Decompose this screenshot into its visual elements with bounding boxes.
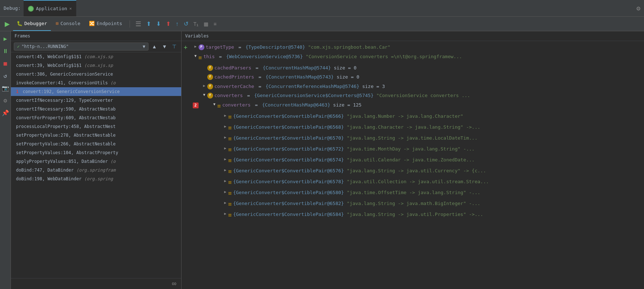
run-to-cursor-button[interactable]: ↑ (174, 20, 180, 28)
tab-endpoints[interactable]: 🔀 Endpoints (85, 17, 126, 31)
expand-icon[interactable]: ▼ (212, 101, 217, 107)
frame-item[interactable]: convertForProperty:609, AbstractNestab (11, 113, 181, 122)
frame-item[interactable]: setPropertyValue:278, AbstractNestable (11, 131, 181, 140)
frame-item[interactable]: invokeConverter:41, ConversionUtils (o (11, 79, 181, 87)
expand-icon[interactable]: ▶ (223, 167, 228, 173)
frames-header: Frames (11, 31, 181, 41)
var-row-pair6584[interactable]: ▶ ≡ {GenericConverter$ConvertiblePair@65… (190, 210, 644, 221)
frame-item[interactable]: convert:39, WebConfig$1$1 (com.xjs.sp (11, 61, 181, 70)
expand-icon[interactable]: ▶ (223, 200, 228, 205)
var-name-converters: converters (222, 101, 250, 109)
var-row-pair6570[interactable]: ▶ ≡ {GenericConverter$ConvertiblePair@65… (190, 133, 644, 144)
variables-header: Variables (182, 31, 644, 41)
settings-icon[interactable]: ⚙ (636, 4, 640, 12)
frame-item[interactable]: setPropertyValue:266, AbstractNestable (11, 140, 181, 148)
frame-item[interactable]: applyPropertyValues:851, DataBinder (o (11, 157, 181, 166)
var-row-pair6582[interactable]: ▶ ≡ {GenericConverter$ConvertiblePair@65… (190, 199, 644, 210)
annotation-badge-2: 2 (193, 101, 199, 109)
var-row-targettype[interactable]: ▶ P targetType = {TypeDescriptor@5740} "… (190, 43, 644, 52)
endpoints-label: Endpoints (97, 21, 122, 26)
step-over-button[interactable]: ⬆ (144, 19, 153, 28)
var-name: converterCache (215, 84, 254, 89)
evaluate-button[interactable]: ↺ (182, 19, 190, 28)
var-name: cachedParsers (215, 65, 252, 71)
expand-icon[interactable]: ▼ (201, 92, 207, 97)
var-list-icon: ≡ (228, 178, 232, 187)
thread-dropdown[interactable]: ✓ "http-n...RUNNING" ▼ (14, 43, 148, 51)
expand-icon[interactable]: ▶ (223, 135, 228, 140)
frame-item[interactable]: doBind:198, WebDataBinder (org.spring (11, 174, 181, 183)
side-icons: ▶ ⏸ ■ ↺ 📷 ⚙ 📌 (0, 31, 11, 289)
expand-icon[interactable]: ▶ (223, 156, 228, 162)
frame-up-button[interactable]: ▲ (150, 43, 159, 50)
variables-title: Variables (185, 33, 209, 39)
thread-label: "http-n...RUNNING" (21, 44, 69, 49)
frame-down-button[interactable]: ▼ (160, 43, 169, 50)
expand-icon[interactable]: ▶ (201, 83, 207, 88)
add-variable-button[interactable]: + (182, 43, 190, 52)
rerun-icon[interactable]: ↺ (1, 71, 10, 80)
var-row-convertercache[interactable]: ▶ f converterCache = {ConcurrentReferenc… (190, 82, 644, 91)
step-into-button[interactable]: ⬇ (154, 19, 163, 28)
var-row-pair6572[interactable]: ▶ ≡ {GenericConverter$ConvertiblePair@65… (190, 144, 644, 155)
stop-icon[interactable]: ■ (1, 59, 10, 68)
frame-item[interactable]: convertIfNecessary:129, TypeConverter (11, 96, 181, 105)
frame-item[interactable]: convert:45, WebConfig$1$1 (com.xjs.sp (11, 52, 181, 61)
expand-icon[interactable]: ▶ (223, 189, 228, 194)
var-row-pair6568[interactable]: ▶ ≡ {GenericConverter$ConvertiblePair@65… (190, 123, 644, 133)
var-row-cachedprinters[interactable]: f cachedPrinters = {ConcurrentHashMap@57… (190, 72, 644, 82)
mute-button[interactable]: ☰ (134, 19, 143, 29)
show-frames-button[interactable]: ∞ (170, 279, 178, 289)
app-tab[interactable]: Application ✕ (24, 0, 76, 16)
var-row-pair6580[interactable]: ▶ ≡ {GenericConverter$ConvertiblePair@65… (190, 188, 644, 199)
var-row-pair6576[interactable]: ▶ ≡ {GenericConverter$ConvertiblePair@65… (190, 166, 644, 177)
var-list-icon: ≡ (228, 189, 232, 198)
trace-button[interactable]: T₁ (192, 20, 201, 28)
app-tab-label: Application (36, 6, 67, 11)
filter-button[interactable]: ⊤ (170, 43, 178, 50)
frame-item[interactable]: setPropertyValues:104, AbstractProperty (11, 148, 181, 157)
dropdown-arrow-icon: ▼ (143, 44, 145, 49)
resume-button[interactable]: ▶ (3, 19, 12, 29)
toolbar: ▶ 🐛 Debugger ⊞ Console 🔀 Endpoints ☰ ⬆ ⬇… (0, 17, 644, 31)
pause-icon[interactable]: ⏸ (1, 47, 10, 55)
frame-item[interactable]: doBind:747, DataBinder (org.springfram (11, 166, 181, 174)
tab-console[interactable]: ⊞ Console (52, 17, 84, 31)
frame-item[interactable]: convert:386, GenericConversionService (11, 70, 181, 79)
var-list-icon: ≡ (228, 156, 232, 165)
var-row-converters1[interactable]: ▼ f converters = {GenericConversionServi… (190, 91, 644, 100)
var-field-icon: f (207, 93, 213, 99)
var-row-pair6566[interactable]: ▶ ≡ {GenericConverter$ConvertiblePair@65… (190, 112, 644, 123)
var-row-pair6574[interactable]: ▶ ≡ {GenericConverter$ConvertiblePair@65… (190, 155, 644, 166)
toolbar-separator (130, 20, 130, 28)
var-row-pair6578[interactable]: ▶ ≡ {GenericConverter$ConvertiblePair@65… (190, 177, 644, 188)
expand-icon[interactable]: ▶ (223, 145, 228, 151)
var-name: targetType (206, 44, 234, 50)
tab-debugger[interactable]: 🐛 Debugger (13, 17, 51, 31)
var-row-this[interactable]: ▼ ≡ this = {WebConversionService@5736} "… (190, 52, 644, 63)
expand-icon[interactable]: ▶ (193, 44, 199, 49)
debug-resume-icon[interactable]: ▶ (1, 34, 10, 43)
console-label: Console (60, 21, 80, 26)
pin-icon[interactable]: 📌 (1, 108, 10, 117)
expand-icon[interactable]: ▼ (193, 53, 199, 59)
more-button[interactable]: ≡ (212, 20, 218, 28)
expand-icon[interactable]: ▶ (223, 178, 228, 184)
var-row-converters2[interactable]: 2 ▼ ≡ converters = {ConcurrentHashMap@64… (190, 100, 644, 112)
variables-panel: Variables + ▶ P targetType = {TypeDescri… (182, 31, 644, 289)
expand-icon[interactable]: ▶ (223, 124, 228, 129)
top-bar: Debug: Application ✕ ⚙ (0, 0, 644, 17)
frame-item[interactable]: processLocalProperty:458, AbstractNest (11, 122, 181, 131)
watch-button[interactable]: ▦ (202, 20, 210, 28)
settings-side-icon[interactable]: ⚙ (1, 96, 10, 105)
snapshot-icon[interactable]: 📷 (1, 84, 10, 92)
var-list-icon: ≡ (228, 135, 232, 143)
frame-item[interactable]: convertIfNecessary:590, AbstractNestab (11, 105, 181, 113)
frame-item-active[interactable]: 1 convert:192, GenericConversionService (11, 87, 181, 96)
expand-icon[interactable]: ▶ (223, 113, 228, 118)
step-out-button[interactable]: ⬆ (164, 19, 172, 28)
var-row-cachedparsers[interactable]: f cachedParsers = {ConcurrentHashMap@574… (190, 63, 644, 73)
var-field-icon: f (207, 74, 213, 80)
close-tab-icon[interactable]: ✕ (69, 6, 72, 11)
expand-icon[interactable]: ▶ (223, 211, 228, 216)
